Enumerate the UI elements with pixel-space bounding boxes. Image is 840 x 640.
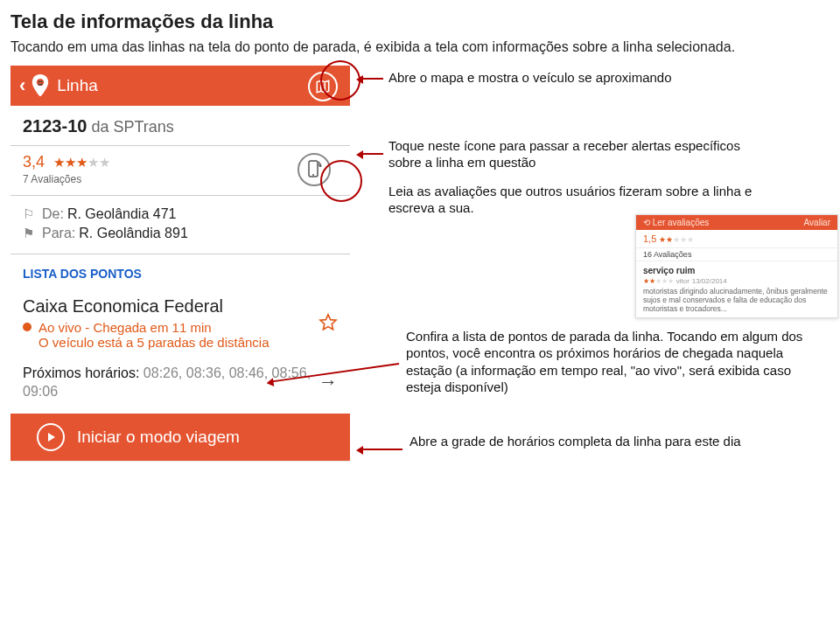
star-icon: ★ [76,155,88,170]
from-label: De: [42,206,64,222]
flag-end-icon: ⚑ [23,226,42,241]
callout-circle [320,160,362,202]
callout-arrow [359,449,402,450]
rating-block[interactable]: 3,4 ★★★★★ 7 Avaliações [10,146,350,196]
annotation-map: Abre o mapa e mostra o veículo se aproxi… [388,69,756,87]
flag-start-icon: ⚐ [23,206,42,222]
header-title: Linha [57,76,98,95]
phone-alert-icon [306,160,322,179]
from-row: ⚐ De: R. Geolândia 471 [23,205,338,224]
callout-arrow [359,78,383,80]
line-pin-icon [31,74,50,97]
live-distance: O veículo está a 5 paradas de distância [38,335,318,350]
annotation-grid: Abre a grade de horários completa da lin… [410,433,786,450]
rating-count: 7 Avaliações [23,173,298,185]
route-operator: da SPTrans [87,118,173,136]
stops-list-title: LISTA DOS PONTOS [10,254,350,288]
review-user: vitor [676,277,690,285]
rating-value: 3,4 [23,153,45,170]
live-arrival: Ao vivo - Chegada em 11 min [38,320,212,335]
reviews-write-link[interactable]: Avaliar [804,218,830,227]
mini-count: 16 Avaliações [636,248,837,261]
annotation-alert: Toque neste ícone para passar a receber … [388,137,765,171]
next-times-row[interactable]: Próximos horários: 08:26, 08:36, 08:46, … [10,358,350,414]
next-times-label: Próximos horários: [23,365,144,380]
annotations-column: Abre o mapa e mostra o veículo se aproxi… [364,66,830,462]
play-icon [37,423,65,451]
callout-arrow [359,153,383,155]
live-dot-icon [23,323,32,331]
route-code: 2123-10 [23,116,87,136]
to-label: Para: [42,226,75,241]
start-trip-button[interactable]: Iniciar o modo viagem [10,414,350,461]
annotation-stops: Confira a lista de pontos de parada da l… [406,328,826,396]
stop-item[interactable]: Caixa Economica Federal Ao vivo - Chegad… [10,288,350,358]
phone-mock: ‹ Linha 2123-10 da SPTrans 3,4 ★★★★★ 7 A… [10,66,350,462]
star-icon: ★ [65,155,76,170]
app-header: ‹ Linha [10,66,350,106]
start-trip-label: Iniciar o modo viagem [77,428,240,447]
to-row: ⚑ Para: R. Geolândia 891 [23,224,338,243]
mini-score: 1,5 [643,233,656,244]
star-icon: ★ [88,155,99,170]
reviews-inset: ⟲ Ler avaliações Avaliar 1,5 ★★★★★ 16 Av… [635,214,838,319]
page-title: Tela de informações da linha [10,10,830,33]
svg-point-2 [41,80,43,82]
from-value: R. Geolândia 471 [67,206,177,222]
svg-point-1 [38,80,40,82]
page-subtitle: Tocando em uma das linhas na tela do pon… [10,38,830,57]
review-stars: ★★★★★ [643,277,674,285]
stop-name: Caixa Economica Federal [23,296,318,317]
star-icon: ★ [99,155,110,170]
route-block: 2123-10 da SPTrans [10,106,350,146]
review-title: serviço ruim [643,266,830,275]
review-date: 13/02/2014 [692,277,727,285]
back-icon[interactable]: ‹ [19,74,25,97]
favorite-star-icon[interactable] [318,313,338,332]
review-body: motoristas dirigindo alucinadamente, ôni… [643,287,830,314]
svg-point-4 [312,174,314,176]
reviews-read-link[interactable]: ⟲ Ler avaliações [643,218,709,227]
to-value: R. Geolândia 891 [79,226,188,241]
annotation-reviews: Leia as avaliações que outros usuários f… [388,183,765,217]
mini-stars: ★★★★★ [659,235,694,244]
star-icon: ★ [53,155,65,170]
from-to-block: ⚐ De: R. Geolândia 471 ⚑ Para: R. Geolân… [10,196,350,254]
